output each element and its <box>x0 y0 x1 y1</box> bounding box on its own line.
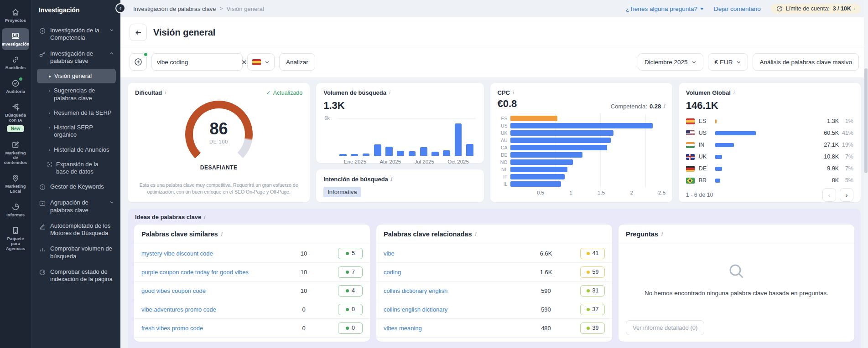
volume-bar[interactable] <box>397 151 404 156</box>
info-icon[interactable]: i <box>512 90 514 96</box>
sidebar-item-gestor[interactable]: Gestor de Keywords <box>37 179 116 195</box>
info-icon[interactable]: i <box>203 214 205 220</box>
sidebar-subitem-expansion[interactable]: Expansión de la base de datos <box>37 157 116 179</box>
scrollbar-thumb[interactable] <box>864 68 868 173</box>
keyword-link[interactable]: collins dictionary english <box>384 287 512 294</box>
rail-item-informes[interactable]: Informes <box>2 199 29 221</box>
sidebar-item-autocompletado[interactable]: Autocompletado de los Motores de Búsqued… <box>37 218 116 241</box>
difficulty-badge[interactable]: 31 <box>580 285 605 297</box>
sidebar-subitem-resumen-serp[interactable]: Resumen de la SERP <box>37 106 116 120</box>
difficulty-badge[interactable]: 59 <box>580 266 605 278</box>
difficulty-badge[interactable]: 7 <box>338 266 363 278</box>
rail-item-proyectos[interactable]: Proyectos <box>2 5 29 26</box>
info-icon[interactable]: i <box>661 231 663 237</box>
next-page-button[interactable]: › <box>840 188 853 202</box>
info-icon[interactable]: i <box>164 90 166 96</box>
info-icon[interactable]: i <box>390 176 392 182</box>
country-select[interactable] <box>247 53 275 71</box>
info-icon[interactable]: i <box>733 90 735 96</box>
add-keyword-button[interactable] <box>130 53 147 71</box>
cpc-bar[interactable] <box>510 123 653 128</box>
country-volume-bar[interactable] <box>715 131 756 135</box>
keyword-link[interactable]: vibes meaning <box>384 325 512 332</box>
cpc-bar[interactable] <box>510 145 608 150</box>
rail-item-paquete-agencias[interactable]: Paquete para Agencias <box>2 223 29 255</box>
keyword-link[interactable]: fresh vibes promo code <box>141 325 270 332</box>
rail-item-busqueda-ia[interactable]: Búsqueda con IA New <box>2 99 29 135</box>
keyword-link[interactable]: purple coupon code today for good vibes <box>141 269 270 276</box>
feedback-link[interactable]: Dejar comentario <box>714 5 761 12</box>
back-button[interactable] <box>130 24 147 41</box>
volume-bar[interactable] <box>455 123 462 156</box>
cpc-bar[interactable] <box>510 130 613 136</box>
volume-bar[interactable] <box>339 154 347 156</box>
info-icon[interactable]: i <box>389 90 390 96</box>
keyword-link[interactable]: mystery vibe discount code <box>141 250 270 257</box>
difficulty-badge[interactable]: 4 <box>338 285 363 297</box>
rail-item-investigacion[interactable]: Investigación <box>2 28 29 50</box>
volume-bar[interactable] <box>420 147 427 156</box>
volume-bar[interactable] <box>363 154 370 156</box>
keyword-link[interactable]: collins english dictionary <box>384 306 512 313</box>
difficulty-badge[interactable]: 39 <box>580 322 605 334</box>
cpc-bar[interactable] <box>510 152 582 158</box>
keyword-link[interactable]: vibe adventures promo code <box>141 306 270 313</box>
volume-bar[interactable] <box>409 151 416 156</box>
account-limit-badge[interactable]: Límite de cuenta:3 / 10Ki <box>771 4 861 14</box>
rail-item-marketing-contenidos[interactable]: Marketing de contenidos <box>2 137 29 169</box>
volume-bar[interactable] <box>385 147 393 156</box>
difficulty-badge[interactable]: 41 <box>580 248 605 259</box>
sidebar-item-agrupacion[interactable]: Agrupación de palabras clave <box>37 195 116 218</box>
keyword-link[interactable]: coding <box>384 269 512 276</box>
volume-bar[interactable] <box>443 150 450 156</box>
breadcrumb-section[interactable]: Investigación de palabras clave <box>133 5 216 12</box>
keyword-link[interactable]: good vibes coupon code <box>141 287 270 294</box>
rail-item-marketing-local[interactable]: Marketing Local <box>2 170 29 197</box>
questions-report-button[interactable]: Ver informe detallado (0) <box>626 320 704 335</box>
info-icon[interactable]: i <box>474 231 476 237</box>
country-volume-bar[interactable] <box>715 119 717 123</box>
prev-page-button[interactable]: ‹ <box>822 188 836 202</box>
difficulty-badge[interactable]: 0 <box>338 304 363 315</box>
keyword-input[interactable] <box>157 59 238 66</box>
analyze-button[interactable]: Analizar <box>279 53 315 71</box>
help-menu-link[interactable]: ¿Tienes alguna pregunta? <box>626 5 704 12</box>
sidebar-collapse-button[interactable]: ‹ <box>115 3 125 13</box>
clear-icon[interactable]: ✕ <box>241 59 247 66</box>
volume-bar[interactable] <box>351 154 358 156</box>
cpc-bar[interactable] <box>510 174 565 179</box>
sidebar-subitem-historial-anuncios[interactable]: Historial de Anuncios <box>37 143 116 157</box>
volume-bar[interactable] <box>431 152 439 156</box>
sidebar-item-comprobar-indexacion[interactable]: Comprobar estado de indexación de la pág… <box>37 264 116 287</box>
volume-bar[interactable] <box>466 144 473 156</box>
cpc-bar[interactable] <box>510 138 611 143</box>
country-volume-bar[interactable] <box>715 155 722 159</box>
cpc-bar[interactable] <box>510 159 573 165</box>
sidebar-item-comprobar-volumen[interactable]: Comprobar volumen de búsqueda <box>37 241 116 264</box>
cpc-bar[interactable] <box>510 116 558 121</box>
country-volume-bar[interactable] <box>715 179 720 183</box>
country-volume-bar[interactable] <box>715 167 722 171</box>
cpc-bar[interactable] <box>510 167 567 172</box>
sidebar-subitem-vision-general[interactable]: Visión general <box>37 69 116 83</box>
difficulty-badge[interactable]: 37 <box>580 304 605 315</box>
keyword-link[interactable]: vibe <box>384 250 512 257</box>
country-volume-bar[interactable] <box>715 143 734 147</box>
cpc-bar[interactable] <box>510 181 561 187</box>
currency-select[interactable]: € EUR <box>708 53 748 71</box>
sidebar-item-palabras-clave[interactable]: Investigación de palabras clave <box>37 46 116 69</box>
bulk-analysis-button[interactable]: Análisis de palabras clave masivo <box>753 53 859 71</box>
sidebar-item-competencia[interactable]: Investigación de la Competencia <box>37 23 116 46</box>
info-icon[interactable]: i <box>663 103 665 109</box>
page-scrollbar[interactable] <box>864 0 868 348</box>
difficulty-badge[interactable]: 0 <box>338 322 363 334</box>
difficulty-badge[interactable]: 5 <box>338 248 363 259</box>
sidebar-subitem-sugerencias[interactable]: Sugerencias de palabras clave <box>37 83 116 106</box>
period-select[interactable]: Diciembre 2025 <box>638 53 703 71</box>
volume-bar[interactable] <box>374 144 381 156</box>
rail-item-auditoria[interactable]: Auditoría <box>2 76 29 97</box>
keyword-volume: 10 <box>270 287 338 294</box>
info-icon[interactable]: i <box>221 231 223 237</box>
sidebar-subitem-historial-serp[interactable]: Historial SERP orgánico <box>37 120 116 143</box>
rail-item-backlinks[interactable]: Backlinks <box>2 52 29 74</box>
